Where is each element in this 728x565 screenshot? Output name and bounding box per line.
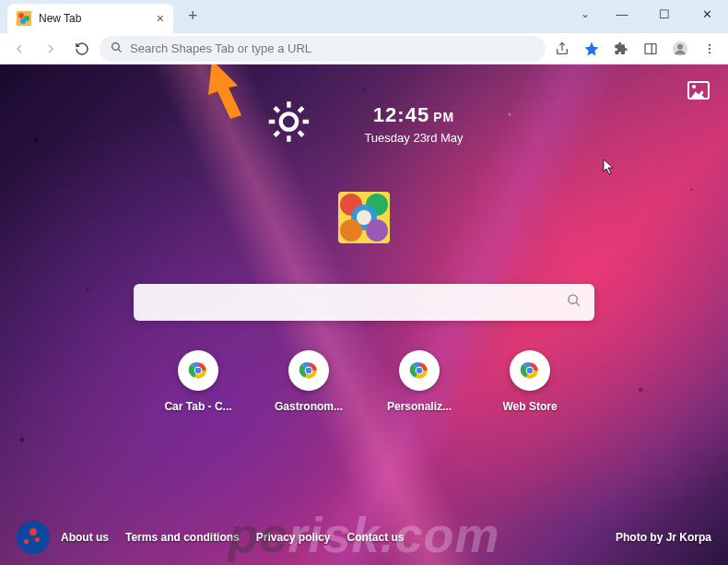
address-placeholder: Search Shapes Tab or type a URL	[130, 41, 534, 55]
chrome-icon	[178, 350, 218, 391]
extensions-icon[interactable]	[608, 36, 634, 62]
new-tab-button[interactable]: +	[181, 3, 205, 29]
share-icon[interactable]	[549, 36, 575, 62]
svg-line-19	[275, 132, 279, 136]
clock-date: Tuesday 23rd May	[364, 131, 463, 145]
svg-point-11	[709, 51, 710, 53]
sun-icon	[264, 98, 312, 149]
svg-point-34	[306, 368, 312, 374]
footer-logo-icon	[17, 521, 50, 554]
forward-button[interactable]	[37, 36, 65, 62]
shortcut-item[interactable]: Personaliz...	[382, 350, 456, 413]
svg-line-17	[275, 108, 279, 112]
shortcut-item[interactable]: Gastronom...	[272, 350, 346, 413]
chrome-icon	[288, 350, 329, 391]
maximize-button[interactable]: ☐	[643, 0, 686, 28]
svg-point-9	[709, 43, 710, 45]
bookmark-star-icon[interactable]	[579, 36, 605, 62]
shortcut-item[interactable]: Web Store	[493, 350, 567, 413]
page-content: 12:45PM Tuesday 23rd May	[0, 65, 728, 565]
svg-point-1	[18, 13, 24, 18]
tab-dropdown-icon[interactable]: ⌄	[581, 7, 590, 20]
shortcut-label: Car Tab - C...	[161, 400, 235, 413]
annotation-arrow	[201, 65, 256, 128]
clock-weather-row: 12:45PM Tuesday 23rd May	[264, 98, 463, 149]
window-titlebar: New Tab × + ⌄ — ☐ ✕	[0, 0, 728, 33]
mouse-cursor	[603, 159, 616, 179]
wallpaper-picker-icon[interactable]	[687, 81, 710, 100]
menu-icon[interactable]	[697, 36, 722, 62]
chrome-icon	[399, 350, 440, 391]
time-ampm: PM	[433, 110, 454, 124]
footer-link-privacy[interactable]: Privacy policy	[256, 531, 331, 544]
search-icon	[111, 41, 123, 56]
page-search-input[interactable]	[147, 295, 567, 310]
shortcut-label: Web Store	[493, 400, 567, 413]
svg-line-20	[299, 108, 303, 112]
browser-toolbar: Search Shapes Tab or type a URL	[0, 33, 728, 65]
footer-link-about[interactable]: About us	[61, 531, 109, 544]
time-value: 12:45	[373, 103, 429, 126]
clock-time: 12:45PM	[364, 103, 463, 127]
photo-credit: Photo by Jr Korpa	[616, 531, 711, 544]
footer-links: About us Terms and conditions Privacy po…	[61, 531, 405, 544]
shortcut-label: Personaliz...	[382, 400, 456, 413]
footer: About us Terms and conditions Privacy po…	[0, 521, 728, 554]
extension-logo	[338, 192, 390, 243]
svg-point-37	[417, 368, 423, 374]
tab-close-icon[interactable]: ×	[157, 11, 164, 26]
tab-title: New Tab	[39, 12, 149, 25]
svg-point-28	[569, 295, 577, 303]
svg-rect-5	[645, 43, 656, 53]
reload-button[interactable]	[68, 36, 96, 62]
shortcut-item[interactable]: Car Tab - C...	[161, 350, 235, 413]
svg-point-8	[677, 43, 683, 49]
footer-link-contact[interactable]: Contact us	[347, 531, 405, 544]
svg-point-12	[281, 113, 297, 129]
svg-line-18	[299, 132, 303, 136]
sidepanel-icon[interactable]	[638, 36, 663, 62]
address-bar[interactable]: Search Shapes Tab or type a URL	[100, 36, 546, 62]
svg-point-31	[195, 368, 202, 374]
svg-point-40	[527, 368, 534, 374]
minimize-button[interactable]: —	[601, 0, 643, 28]
window-controls: — ☐ ✕	[601, 0, 728, 28]
svg-point-3	[20, 18, 26, 24]
search-submit-icon[interactable]	[567, 293, 581, 312]
browser-tab[interactable]: New Tab ×	[7, 4, 173, 33]
svg-point-27	[357, 210, 371, 225]
profile-icon[interactable]	[667, 36, 693, 62]
svg-point-10	[709, 47, 710, 49]
shortcut-label: Gastronom...	[272, 400, 346, 413]
page-search-box[interactable]	[134, 284, 594, 321]
shortcuts-row: Car Tab - C... Gastronom... Personaliz..…	[161, 350, 567, 413]
back-button[interactable]	[6, 36, 33, 62]
close-button[interactable]: ✕	[686, 0, 728, 28]
clock: 12:45PM Tuesday 23rd May	[364, 103, 463, 145]
chrome-icon	[510, 350, 550, 391]
tab-favicon	[17, 11, 31, 26]
footer-link-terms[interactable]: Terms and conditions	[125, 531, 240, 544]
svg-point-4	[112, 42, 120, 50]
